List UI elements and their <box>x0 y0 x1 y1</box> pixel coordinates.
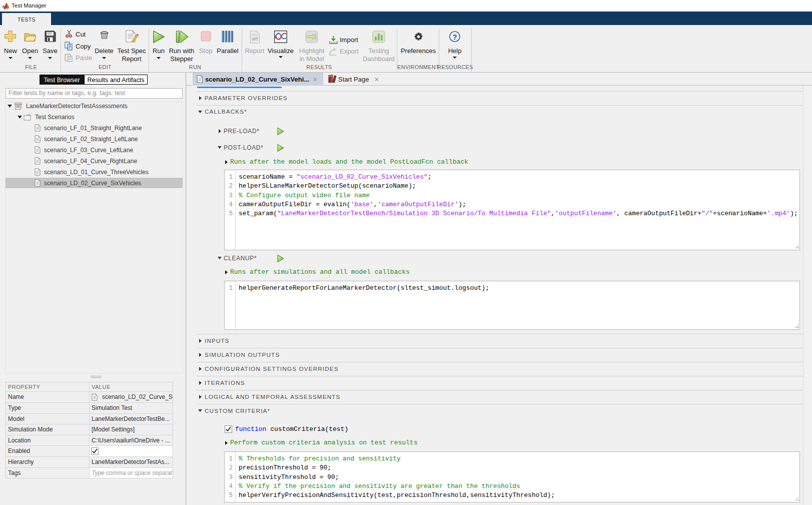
svg-text:?: ? <box>452 33 457 41</box>
